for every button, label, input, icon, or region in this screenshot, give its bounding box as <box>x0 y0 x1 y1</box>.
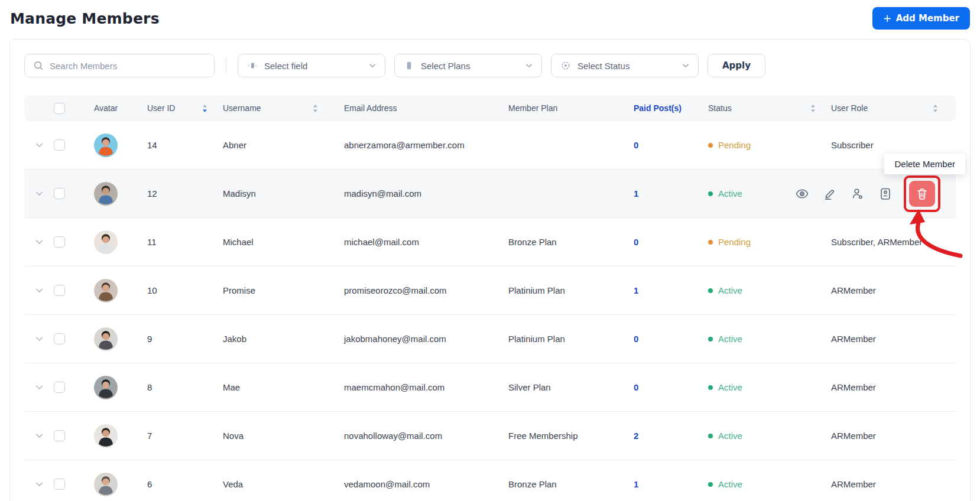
row-checkbox[interactable] <box>54 430 65 441</box>
select-status-dropdown[interactable]: Select Status <box>551 54 699 77</box>
chevron-down-icon <box>368 61 377 70</box>
sort-icon[interactable] <box>810 104 816 113</box>
chevron-down-icon <box>682 61 690 70</box>
paid-posts-link[interactable]: 0 <box>631 237 708 247</box>
table-row[interactable]: 8 Mae maemcmahon@mail.com Silver Plan 0 … <box>24 363 956 412</box>
column-header-label: Paid Post(s) <box>634 103 682 113</box>
column-header-username[interactable]: Username <box>223 103 344 113</box>
column-header-role[interactable]: User Role <box>831 103 956 113</box>
apply-button[interactable]: Apply <box>708 54 765 77</box>
member-plan-cell: Platinium Plan <box>508 334 631 344</box>
pencil-icon <box>823 187 837 201</box>
table-row[interactable]: 9 Jakob jakobmahoney@mail.com Platinium … <box>24 315 956 363</box>
paid-posts-link[interactable]: 0 <box>631 382 708 392</box>
user-role-cell: Subscriber <box>831 140 956 150</box>
member-plan-cell: Free Membership <box>508 431 631 441</box>
edit-member-button[interactable] <box>823 187 837 201</box>
email-cell: michael@mail.com <box>344 237 508 247</box>
select-all-checkbox[interactable] <box>54 103 65 114</box>
search-members-input[interactable] <box>50 61 206 71</box>
email-cell: jakobmahoney@mail.com <box>344 334 508 344</box>
filter-divider <box>226 58 226 73</box>
email-cell: vedamoon@mail.com <box>344 479 508 489</box>
badge-icon <box>878 187 893 201</box>
row-checkbox[interactable] <box>54 382 65 393</box>
user-role-cell: ARMember <box>831 334 956 344</box>
select-field-dropdown[interactable]: Select field <box>238 54 385 77</box>
paid-posts-link[interactable]: 2 <box>631 431 708 441</box>
row-checkbox[interactable] <box>54 285 65 296</box>
column-header-status[interactable]: Status <box>708 103 831 113</box>
row-expand-toggle[interactable] <box>24 382 54 392</box>
paid-posts-link[interactable]: 1 <box>631 479 708 489</box>
status-badge: Active <box>708 334 831 344</box>
table-row[interactable]: 14 Abner abnerzamora@armember.com 0 Pend… <box>24 121 956 170</box>
row-expand-toggle[interactable] <box>24 431 54 441</box>
view-member-button[interactable] <box>795 187 809 201</box>
username-cell: Abner <box>223 140 344 150</box>
add-member-label: Add Member <box>896 13 959 24</box>
user-role-cell: ARMember <box>831 285 956 295</box>
add-member-button[interactable]: + Add Member <box>872 7 970 30</box>
delete-highlight-box: Delete Member <box>904 175 940 212</box>
status-badge: Active <box>708 479 831 489</box>
avatar <box>94 327 118 351</box>
table-header-row: Avatar User ID Username Email Address Me… <box>24 95 956 121</box>
row-checkbox[interactable] <box>54 188 65 199</box>
search-icon <box>33 60 44 71</box>
avatar <box>94 230 118 254</box>
member-profile-button[interactable] <box>851 187 865 201</box>
plus-icon: + <box>883 13 892 24</box>
members-card: Select field Select Plans Select Status <box>9 39 971 501</box>
row-expand-toggle[interactable] <box>24 334 54 344</box>
search-members-box[interactable] <box>24 54 215 77</box>
email-cell: novaholloway@mail.com <box>344 431 508 441</box>
row-expand-toggle[interactable] <box>24 285 54 295</box>
status-badge: Active <box>708 285 831 295</box>
paid-posts-link[interactable]: 0 <box>631 140 708 150</box>
sort-icon[interactable] <box>933 104 938 113</box>
member-plan-cell: Bronze Plan <box>508 237 631 247</box>
user-id-cell: 6 <box>147 479 223 489</box>
chevron-down-icon <box>34 188 44 199</box>
chevron-down-icon <box>34 140 44 150</box>
paid-posts-link[interactable]: 1 <box>631 188 708 199</box>
table-row[interactable]: 12 Madisyn madisyn@mail.com 1 Active <box>24 170 956 218</box>
column-header-label: Avatar <box>94 103 118 113</box>
row-expand-toggle[interactable] <box>24 237 54 247</box>
row-checkbox[interactable] <box>54 236 65 248</box>
table-row[interactable]: 11 Michael michael@mail.com Bronze Plan … <box>24 218 956 266</box>
status-label: Active <box>718 431 742 441</box>
chevron-down-icon <box>34 479 44 489</box>
row-action-bar: Delete Member <box>795 175 940 212</box>
table-row[interactable]: 6 Veda vedamoon@mail.com Bronze Plan 1 A… <box>24 460 956 501</box>
status-label: Active <box>718 479 742 489</box>
sort-icon[interactable] <box>202 104 207 113</box>
row-expand-toggle[interactable] <box>24 140 54 150</box>
delete-member-button[interactable] <box>909 181 935 207</box>
row-expand-toggle[interactable] <box>24 188 54 199</box>
filter-bar: Select field Select Plans Select Status <box>24 54 956 77</box>
sort-icon[interactable] <box>313 104 318 113</box>
table-row[interactable]: 7 Nova novaholloway@mail.com Free Member… <box>24 412 956 460</box>
chevron-down-icon <box>34 431 44 441</box>
column-header-email: Email Address <box>344 103 508 113</box>
status-label: Pending <box>718 237 751 247</box>
select-plans-label: Select Plans <box>421 61 519 71</box>
email-cell: abnerzamora@armember.com <box>344 140 508 150</box>
chevron-down-icon <box>34 334 44 344</box>
column-header-user_id[interactable]: User ID <box>147 103 223 113</box>
column-header-paid: Paid Post(s) <box>631 103 708 113</box>
membership-card-button[interactable] <box>878 187 893 201</box>
user-role-cell: Subscriber, ARMember <box>831 237 956 247</box>
select-plans-dropdown[interactable]: Select Plans <box>394 54 542 77</box>
row-checkbox[interactable] <box>54 333 65 344</box>
table-row[interactable]: 10 Promise promiseorozco@mail.com Platin… <box>24 266 956 315</box>
paid-posts-link[interactable]: 1 <box>631 285 708 295</box>
avatar <box>94 134 118 157</box>
row-checkbox[interactable] <box>54 479 65 490</box>
row-checkbox[interactable] <box>54 139 65 151</box>
paid-posts-link[interactable]: 0 <box>631 334 708 344</box>
row-expand-toggle[interactable] <box>24 479 54 489</box>
column-header-label: Username <box>223 103 261 113</box>
